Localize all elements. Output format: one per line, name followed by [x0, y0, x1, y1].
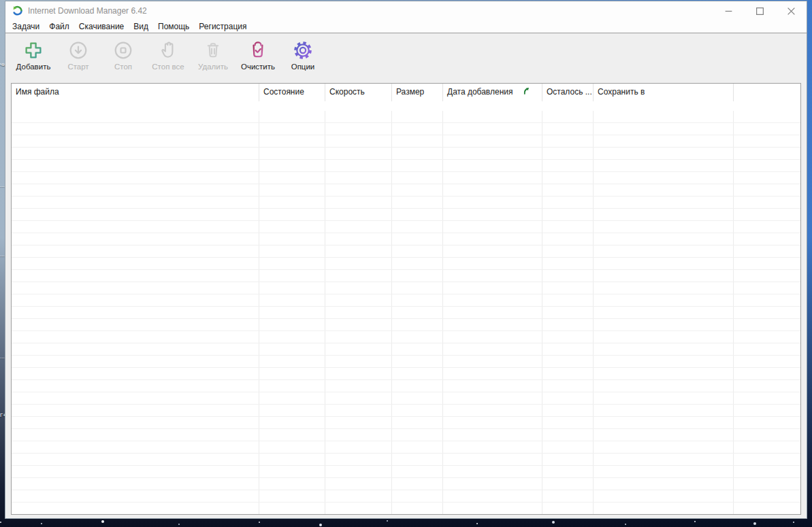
table-cell	[443, 307, 542, 318]
table-row[interactable]	[12, 380, 800, 392]
menu-downloads[interactable]: Скачивание	[74, 20, 129, 33]
table-row[interactable]	[12, 478, 800, 490]
table-cell	[12, 160, 259, 171]
table-row[interactable]	[12, 197, 800, 209]
table-cell	[443, 405, 542, 416]
table-cell	[259, 294, 325, 306]
table-row[interactable]	[12, 441, 800, 454]
table-row[interactable]	[12, 123, 800, 135]
toolbar-button-label: Стоп	[114, 63, 132, 71]
table-cell	[12, 331, 259, 343]
toolbar-button-clear[interactable]: Очистить	[236, 33, 280, 82]
table-row[interactable]	[12, 503, 800, 514]
column-header-size[interactable]: Размер	[392, 84, 443, 101]
table-row[interactable]	[12, 417, 800, 429]
table-row[interactable]	[12, 258, 800, 270]
download-table-body[interactable]	[12, 111, 800, 514]
menu-file[interactable]: Файл	[44, 20, 74, 33]
table-cell	[542, 490, 594, 502]
toolbar-button-stop[interactable]: Стоп	[101, 33, 146, 82]
table-cell	[594, 392, 734, 404]
table-cell	[443, 429, 542, 441]
window-title: Internet Download Manager 6.42	[28, 6, 147, 16]
column-header-empty[interactable]	[734, 84, 800, 101]
table-cell	[542, 356, 594, 367]
table-row[interactable]	[12, 172, 800, 184]
table-row[interactable]	[12, 294, 800, 307]
table-row[interactable]	[12, 490, 800, 503]
table-row[interactable]	[12, 160, 800, 172]
table-cell	[325, 417, 392, 428]
table-cell	[734, 184, 800, 196]
menu-registration[interactable]: Регистрация	[194, 20, 251, 33]
table-row[interactable]	[12, 331, 800, 343]
table-cell	[259, 343, 325, 355]
column-header-time-left[interactable]: Осталось ...	[542, 84, 594, 101]
table-row[interactable]	[12, 307, 800, 319]
table-cell	[594, 294, 734, 306]
table-row[interactable]	[12, 135, 800, 148]
close-button[interactable]	[775, 1, 807, 20]
maximize-button[interactable]	[744, 1, 775, 20]
toolbar-button-add[interactable]: Добавить	[11, 33, 56, 82]
table-cell	[443, 380, 542, 392]
table-cell	[734, 331, 800, 343]
table-cell	[443, 282, 542, 294]
table-row[interactable]	[12, 405, 800, 417]
table-cell	[734, 258, 800, 269]
table-row[interactable]	[12, 466, 800, 478]
table-cell	[325, 319, 392, 330]
table-cell	[12, 417, 259, 428]
column-header-speed[interactable]: Скорость	[325, 84, 392, 101]
table-cell	[734, 319, 800, 330]
toolbar-button-options[interactable]: Опции	[280, 33, 325, 82]
table-row[interactable]	[12, 221, 800, 233]
table-row[interactable]	[12, 184, 800, 197]
table-row[interactable]	[12, 343, 800, 356]
table-row[interactable]	[12, 356, 800, 368]
table-row[interactable]	[12, 454, 800, 466]
menu-help[interactable]: Помощь	[153, 20, 194, 33]
table-cell	[443, 258, 542, 269]
table-row[interactable]	[12, 111, 800, 123]
table-cell	[12, 270, 259, 282]
table-cell	[12, 172, 259, 184]
table-cell	[443, 466, 542, 477]
table-cell	[542, 466, 594, 477]
table-row[interactable]	[12, 245, 800, 258]
column-header-label: Состояние	[263, 87, 304, 97]
table-row[interactable]	[12, 429, 800, 441]
table-cell	[392, 478, 443, 490]
table-cell	[594, 405, 734, 416]
table-cell	[325, 331, 392, 343]
menu-tasks[interactable]: Задачи	[7, 20, 44, 33]
table-row[interactable]	[12, 270, 800, 282]
table-row[interactable]	[12, 392, 800, 405]
table-row[interactable]	[12, 233, 800, 245]
table-cell	[392, 466, 443, 477]
toolbar-button-stop-all[interactable]: Стоп все	[146, 33, 191, 82]
table-cell	[542, 380, 594, 392]
toolbar-button-delete[interactable]: Удалить	[191, 33, 236, 82]
column-header-status[interactable]: Состояние	[259, 84, 325, 101]
table-row[interactable]	[12, 148, 800, 160]
table-cell	[325, 270, 392, 282]
options-gear-icon	[292, 39, 314, 61]
table-cell	[325, 282, 392, 294]
table-cell	[392, 123, 443, 135]
table-cell	[325, 184, 392, 196]
table-cell	[12, 356, 259, 367]
table-cell	[542, 343, 594, 355]
table-row[interactable]	[12, 282, 800, 294]
table-row[interactable]	[12, 319, 800, 331]
table-cell	[325, 160, 392, 171]
table-cell	[325, 233, 392, 245]
column-header-date-added[interactable]: Дата добавления	[443, 84, 542, 101]
minimize-button[interactable]	[713, 1, 744, 20]
menu-view[interactable]: Вид	[129, 20, 153, 33]
column-header-filename[interactable]: Имя файла	[12, 84, 259, 101]
column-header-save-to[interactable]: Сохранить в	[594, 84, 734, 101]
table-row[interactable]	[12, 368, 800, 380]
toolbar-button-start[interactable]: Старт	[56, 33, 101, 82]
table-row[interactable]	[12, 209, 800, 221]
